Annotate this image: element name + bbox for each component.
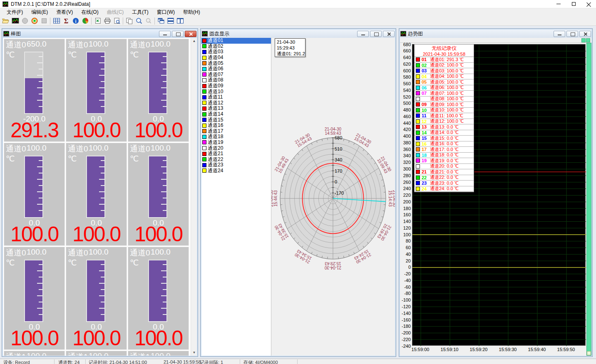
export-button[interactable] bbox=[93, 17, 102, 25]
menu-item-view[interactable]: 查看(V) bbox=[52, 8, 77, 16]
tile-vertical-button[interactable] bbox=[175, 17, 185, 25]
data-table-button[interactable] bbox=[52, 17, 61, 25]
gauge-tick bbox=[161, 308, 166, 309]
info-button[interactable]: i bbox=[71, 17, 80, 25]
svg-text:170: 170 bbox=[335, 168, 342, 173]
gauge-tick bbox=[37, 179, 42, 180]
bar-gauge-grid: 通道01650.0℃-200.0291.3通道02100.0℃0.0100.0通… bbox=[3, 38, 191, 356]
toolbar-separator bbox=[154, 17, 155, 25]
y-axis-tick-label: 160 bbox=[400, 212, 411, 217]
legend-color-swatch bbox=[416, 114, 420, 118]
gauge-tick bbox=[163, 69, 166, 69]
gauge-tick bbox=[39, 94, 42, 94]
trend-close-button[interactable] bbox=[579, 31, 591, 37]
gauge-tick bbox=[161, 204, 166, 205]
menu-item-curve[interactable]: 曲线(C) bbox=[103, 8, 128, 16]
y-axis-tick-label: 680 bbox=[400, 42, 411, 47]
open-file-button[interactable] bbox=[1, 17, 10, 25]
bar-minimize-button[interactable] bbox=[159, 31, 171, 37]
y-axis-tick-label: -120 bbox=[400, 304, 411, 309]
legend-color-swatch bbox=[416, 80, 420, 84]
scroll-down-icon[interactable]: ▼ bbox=[191, 349, 197, 356]
zoom-gray-icon bbox=[144, 17, 153, 25]
menu-item-window[interactable]: 窗口(W) bbox=[153, 8, 179, 16]
realtime-data-button[interactable] bbox=[10, 17, 20, 25]
gauge-tick bbox=[163, 314, 166, 315]
close-button[interactable] bbox=[581, 0, 596, 8]
trend-legend: 无纸记录仪 2021-04-30 15:59:58 01通道01: 291.3 … bbox=[414, 44, 474, 192]
bar-window-titlebar[interactable]: 棒图 bbox=[3, 30, 197, 38]
minimize-button[interactable] bbox=[551, 0, 566, 8]
gauge-value: 100.0 bbox=[66, 328, 127, 349]
gauge-tick bbox=[163, 94, 166, 94]
print-preview-button[interactable] bbox=[112, 17, 122, 25]
menu-item-edit[interactable]: 编辑(E) bbox=[27, 8, 52, 16]
menu-item-help[interactable]: 帮助(H) bbox=[179, 8, 204, 16]
gauge-tick bbox=[99, 283, 104, 284]
gauge-tick bbox=[163, 264, 166, 265]
zoom-icon bbox=[135, 17, 143, 25]
trend-vertical-scrollbar[interactable] bbox=[586, 43, 591, 356]
disk-minimize-button[interactable] bbox=[357, 31, 369, 37]
legend-color-swatch bbox=[416, 125, 420, 129]
disk-window-titlebar[interactable]: 圆盘显示 bbox=[201, 30, 395, 38]
copy-button[interactable] bbox=[124, 17, 134, 25]
gauge-tick bbox=[99, 270, 104, 271]
bar-close-button[interactable] bbox=[185, 31, 196, 37]
y-axis-tick-label: 60 bbox=[400, 245, 411, 250]
channel-list-item[interactable]: 通道24 bbox=[201, 168, 271, 174]
tooltip-value: 通道01: 291.2 bbox=[277, 51, 303, 57]
trend-restore-button[interactable] bbox=[566, 31, 578, 37]
gauge-channel-label: 通道06 bbox=[130, 144, 150, 154]
toolbar-separator bbox=[50, 17, 50, 25]
hscroll-thumb[interactable] bbox=[581, 38, 586, 42]
gauge-tick bbox=[37, 270, 42, 271]
gauge-tick bbox=[37, 191, 42, 192]
cascade-windows-button[interactable] bbox=[156, 17, 166, 25]
disk-restore-button[interactable] bbox=[370, 31, 382, 37]
disk-close-button[interactable] bbox=[383, 31, 395, 37]
bar-restore-button[interactable] bbox=[172, 31, 184, 37]
gauge-fill bbox=[87, 260, 104, 321]
zoom-in-button[interactable] bbox=[134, 17, 144, 25]
gauge-tick bbox=[37, 295, 42, 296]
gauge-value: 100.0 bbox=[128, 120, 189, 141]
gauge-value: 100.0 bbox=[66, 120, 127, 141]
record-button[interactable] bbox=[30, 17, 39, 25]
gauge-track bbox=[86, 52, 105, 114]
menu-item-tools[interactable]: 工具(T) bbox=[128, 8, 152, 16]
print-button[interactable] bbox=[102, 17, 112, 25]
pie-chart-button[interactable] bbox=[80, 17, 90, 25]
bar-vertical-scrollbar[interactable]: ▲ ▼ bbox=[191, 38, 197, 356]
gauge-tick bbox=[39, 210, 42, 211]
disk-tooltip: 21-04-30 15:29:43 通道01: 291.2 bbox=[275, 38, 305, 57]
scroll-up-icon[interactable]: ▲ bbox=[191, 38, 197, 44]
disk-display-window: 圆盘显示 通道01通道02通道03通道04通道05通道06通道07通道08通道0… bbox=[200, 28, 396, 357]
gauge-track bbox=[86, 156, 105, 218]
disk-window-title: 圆盘显示 bbox=[209, 30, 356, 37]
vscroll-end-button[interactable] bbox=[587, 351, 591, 355]
statusbar-separator bbox=[195, 359, 195, 364]
trend-horizontal-scrollbar[interactable] bbox=[400, 38, 591, 43]
gauge-tick bbox=[163, 173, 166, 173]
legend-channel-number: 04 bbox=[422, 74, 430, 79]
legend-color-swatch bbox=[416, 153, 420, 157]
gauge-max-label: 100.0 bbox=[89, 144, 109, 153]
gauge-tick bbox=[39, 264, 42, 265]
hscroll-end-button[interactable] bbox=[586, 38, 590, 42]
statistics-button[interactable]: Σ bbox=[61, 17, 71, 25]
y-axis-tick-label: -60 bbox=[400, 285, 411, 290]
trend-minimize-button[interactable] bbox=[554, 31, 565, 37]
svg-text:-170: -170 bbox=[335, 191, 344, 196]
channel-color-swatch bbox=[202, 118, 206, 122]
menu-item-online[interactable]: 在线(O) bbox=[77, 8, 102, 16]
channel-color-swatch bbox=[202, 61, 206, 65]
trend-window-titlebar[interactable]: 趋势图 bbox=[400, 30, 591, 38]
svg-text:Σ: Σ bbox=[64, 17, 68, 25]
gauge-unit-label: ℃ bbox=[68, 50, 77, 59]
bar-gauge-cell: 通道11100.0 bbox=[66, 351, 127, 356]
maximize-button[interactable] bbox=[566, 0, 581, 8]
menu-item-file[interactable]: 文件(F) bbox=[2, 8, 27, 16]
gauge-value: 291.3 bbox=[4, 120, 65, 141]
tile-horizontal-button[interactable] bbox=[166, 17, 175, 25]
